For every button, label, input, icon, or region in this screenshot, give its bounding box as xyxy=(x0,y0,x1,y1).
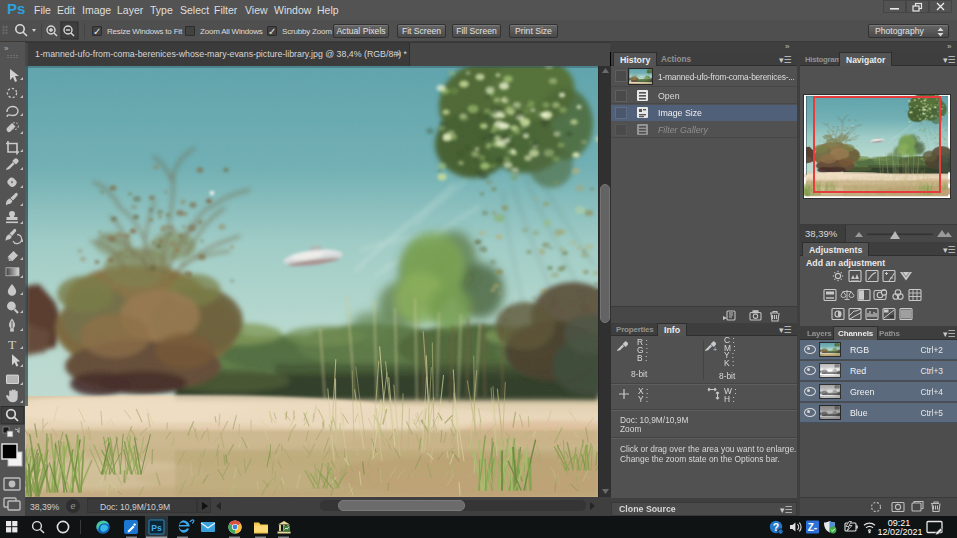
svg-text:Z-: Z- xyxy=(808,522,817,533)
svg-text:T: T xyxy=(8,337,17,352)
svg-text:+: + xyxy=(713,346,717,353)
svg-text:e: e xyxy=(70,501,75,511)
svg-text:»: » xyxy=(4,44,9,53)
svg-text:Ps: Ps xyxy=(151,523,162,533)
